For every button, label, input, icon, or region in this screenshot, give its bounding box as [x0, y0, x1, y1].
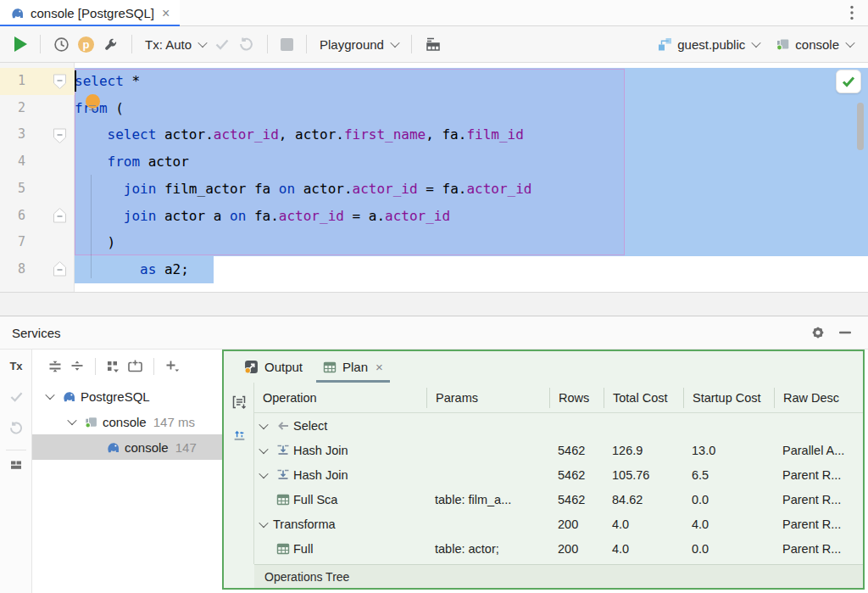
editor-tab-bar: console [PostgreSQL] × [0, 0, 868, 26]
history-button[interactable] [49, 36, 74, 53]
run-icon [14, 36, 27, 52]
column-header-operation[interactable]: Operation [254, 388, 426, 408]
text-token: fa. [246, 208, 279, 224]
raw-desc-cell: Parallel A... [774, 438, 862, 462]
open-in-new-frame-button[interactable] [125, 359, 147, 374]
column-header-total-cost[interactable]: Total Cost [604, 388, 683, 408]
playground-dropdown[interactable]: Playground [315, 37, 403, 52]
parameters-button[interactable]: p [74, 36, 98, 53]
schema-icon [657, 36, 673, 52]
run-button[interactable] [10, 36, 31, 52]
code-line[interactable]: from actor [75, 148, 868, 176]
operations-tree-label: Operations Tree [264, 570, 349, 584]
code-line[interactable]: join film_actor fa on actor.actor_id = f… [75, 176, 868, 203]
chevron-down-icon[interactable] [254, 472, 273, 478]
more-options-icon[interactable] [844, 4, 860, 21]
tree-item-console[interactable]: console147 [32, 434, 222, 460]
text-token: film_actor fa [156, 181, 279, 197]
chevron-down-icon[interactable] [63, 418, 81, 425]
editor-gutter: 12345678 [0, 63, 75, 292]
postgresql-icon [10, 6, 25, 20]
fold-marker-up-icon[interactable] [53, 207, 67, 223]
line-number: 5 [0, 176, 25, 203]
tree-item-console[interactable]: console147 ms [32, 409, 222, 434]
expand-all-icon [47, 359, 63, 374]
code-line[interactable]: select * [75, 68, 868, 95]
tree-item-meta: 147 ms [153, 415, 195, 429]
chevron-down-icon[interactable] [41, 393, 59, 400]
chevron-down-icon[interactable] [254, 447, 273, 454]
chevron-down-icon[interactable] [254, 422, 273, 429]
expand-rows-button[interactable] [224, 427, 254, 441]
plan-row[interactable]: Hash Join5462105.766.5Parent R... [254, 462, 863, 487]
tab-console-postgresql[interactable]: console [PostgreSQL] × [0, 0, 180, 26]
rows-cell [549, 413, 604, 438]
code-line[interactable]: from ( [75, 95, 868, 122]
services-minimize-button[interactable] [834, 322, 856, 344]
code-line[interactable]: as a2; [75, 256, 868, 283]
column-header-rows[interactable]: Rows [549, 388, 604, 408]
operation-label: Select [293, 419, 327, 433]
plan-row[interactable]: Transforma2004.04.0Parent R... [254, 512, 863, 536]
plus-icon [164, 359, 181, 374]
column-header-startup-cost[interactable]: Startup Cost [683, 388, 774, 408]
plan-tab-output[interactable]: Output [234, 351, 313, 383]
plan-options-icon [231, 394, 248, 411]
text-token [75, 181, 124, 197]
editor-scrollbar[interactable] [857, 103, 864, 150]
close-icon[interactable]: × [376, 360, 383, 374]
column-header-params[interactable]: Params [426, 388, 549, 408]
join-icon [273, 468, 293, 482]
fold-marker-down-icon[interactable] [53, 74, 67, 90]
chevron-down-icon[interactable] [254, 521, 273, 528]
plan-row[interactable]: Fulltable: actor;2004.00.0Parent R... [254, 536, 863, 561]
line-number: 4 [0, 148, 25, 176]
startup-cost-cell: 13.0 [683, 438, 774, 462]
sql-editor[interactable]: 12345678 select *from ( select actor.act… [0, 63, 868, 292]
settings-wrench-button[interactable] [98, 36, 123, 53]
services-settings-button[interactable] [807, 322, 829, 344]
group-by-button[interactable] [103, 359, 125, 374]
rollback-side-button[interactable] [0, 421, 32, 435]
tx-toggle-button[interactable]: Tx [0, 360, 32, 372]
result-view-button[interactable] [420, 36, 446, 52]
plan-options-button[interactable] [224, 394, 254, 411]
tx-mode-dropdown[interactable]: Tx: Auto [141, 37, 210, 52]
code-line[interactable]: select actor.actor_id, actor.first_name,… [75, 121, 868, 148]
code-area[interactable]: select *from ( select actor.actor_id, ac… [75, 68, 868, 283]
plan-tab-label: Output [264, 360, 303, 374]
fold-marker-down-icon[interactable] [53, 128, 67, 144]
rollback-button[interactable] [234, 36, 259, 52]
tab-title: console [PostgreSQL] [31, 6, 154, 20]
commit-button[interactable] [210, 37, 234, 51]
frame-plus-icon [127, 359, 144, 374]
schema-dropdown[interactable]: guest.public [653, 36, 764, 52]
stop-button[interactable] [276, 38, 298, 51]
rollback-icon [8, 421, 24, 435]
operation-cell: Full [254, 536, 426, 561]
tab-close-icon[interactable]: × [160, 7, 171, 20]
expand-all-button[interactable] [44, 359, 66, 374]
splitter[interactable] [0, 292, 868, 316]
plan-row[interactable]: Full Scatable: film_a...546284.620.0Pare… [254, 487, 863, 512]
code-line[interactable]: ) [75, 229, 868, 256]
inspection-status-button[interactable] [836, 70, 861, 93]
plan-row[interactable]: Select [254, 413, 863, 438]
arrow-icon [273, 419, 293, 433]
plan-tab-plan[interactable]: Plan× [313, 351, 393, 383]
collapse-all-icon [70, 359, 85, 374]
code-line[interactable]: join actor a on fa.actor_id = a.actor_id [75, 203, 868, 230]
commit-side-button[interactable] [0, 390, 32, 403]
column-header-raw-desc[interactable]: Raw Desc [774, 388, 862, 408]
plan-row[interactable]: Hash Join5462126.913.0Parallel A... [254, 438, 863, 462]
collapse-all-button[interactable] [66, 359, 88, 374]
tree-item-postgresql[interactable]: PostgreSQL [32, 383, 222, 409]
intention-bulb-icon[interactable] [86, 94, 100, 109]
layout-view-button[interactable] [0, 458, 32, 472]
add-service-button[interactable] [161, 359, 183, 374]
fold-marker-up-icon[interactable] [53, 260, 67, 277]
session-dropdown[interactable]: console [771, 36, 858, 52]
plan-table: Operation Params Rows Total Cost Startup… [254, 383, 863, 561]
text-caret [75, 70, 76, 92]
services-panel-header[interactable]: Services [0, 316, 868, 350]
